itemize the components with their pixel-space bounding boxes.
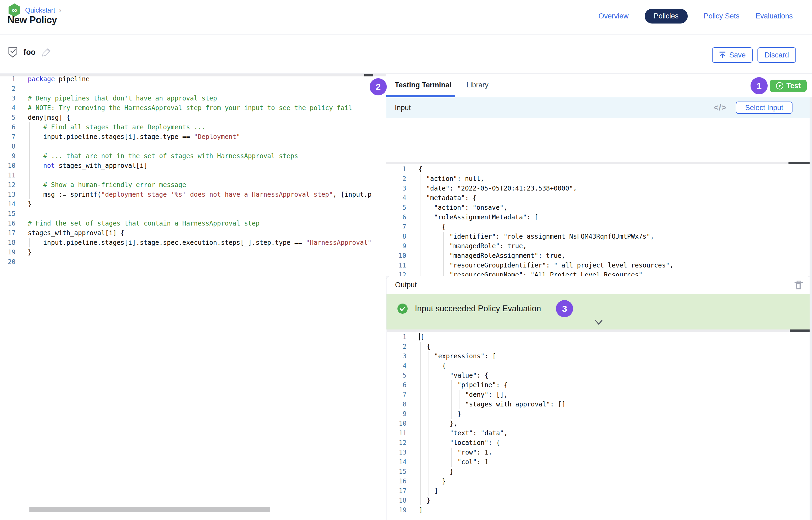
line-number: 1 — [386, 164, 406, 174]
indent-guide — [436, 261, 436, 270]
expand-result-button[interactable] — [594, 319, 604, 326]
line-number: 16 — [387, 476, 407, 486]
breadcrumb-chevron-icon: › — [59, 6, 61, 15]
code-line: 11 "resourceGroupIdentifier": "_all_proj… — [386, 261, 674, 270]
line-number: 18 — [387, 496, 407, 505]
input-editor-scrollbar[interactable] — [386, 162, 810, 164]
nav-tab-evaluations[interactable]: Evaluations — [755, 12, 793, 20]
code-line-content: { — [419, 361, 446, 371]
indent-guide — [428, 261, 428, 270]
trash-icon — [794, 280, 803, 290]
line-number: 1 — [387, 332, 407, 342]
svg-text:∞: ∞ — [11, 6, 17, 14]
policy-code-editor[interactable]: 1package pipeline23# Deny pipelines that… — [0, 74, 386, 520]
indent-guide — [443, 251, 444, 261]
code-line-content: "location": { — [419, 438, 500, 448]
code-line-content: "identifier": "role_assignment_NsFQM43Rq… — [418, 232, 654, 241]
code-line-content: # Show a human-friendly error message — [28, 180, 186, 190]
nav-tab-policy-sets[interactable]: Policy Sets — [704, 12, 740, 20]
policy-name: foo — [24, 48, 35, 57]
code-line: 9 "managedRole": true, — [386, 241, 674, 251]
code-brackets-icon[interactable]: </> — [714, 103, 727, 112]
evaluation-result-banner: Input succeeded Policy Evaluation 3 — [386, 294, 811, 330]
output-editor-scrollbar-thumb[interactable] — [790, 330, 810, 332]
indent-guide — [421, 409, 421, 419]
output-editor-scrollbar[interactable] — [387, 330, 810, 332]
code-line-content: { — [418, 222, 446, 232]
active-tab-underline — [386, 95, 455, 97]
code-line: 14 "col": 1 — [387, 457, 565, 467]
code-line-content: "metadata": { — [418, 193, 477, 203]
tab-library[interactable]: Library — [466, 74, 489, 97]
test-button[interactable]: Test — [770, 80, 807, 92]
input-editor-scrollbar-thumb[interactable] — [788, 162, 810, 164]
indent-guide — [420, 174, 421, 184]
testing-panel: 2 Testing Terminal Library 1 Test Input … — [386, 74, 812, 520]
indent-guide — [428, 203, 428, 212]
indent-guide — [436, 241, 436, 251]
indent-guide — [420, 232, 421, 241]
tab-testing-terminal[interactable]: Testing Terminal — [391, 74, 455, 97]
indent-guide — [420, 203, 421, 212]
line-number: 17 — [0, 228, 16, 238]
code-line-content: not stages_with_approval[i] — [28, 161, 148, 171]
save-button[interactable]: Save — [712, 47, 753, 63]
code-line: 5deny[msg] { — [0, 113, 386, 122]
code-line: 9 # ... that are not in the set of stage… — [0, 151, 386, 161]
line-number: 2 — [0, 84, 16, 94]
line-number: 14 — [387, 457, 407, 467]
indent-guide — [436, 232, 436, 241]
output-json-lines[interactable]: 1[2 {3 "expressions": [4 {5 "value": {6 … — [387, 332, 565, 515]
panel-tabbar: 2 Testing Terminal Library 1 Test — [386, 74, 812, 97]
line-number: 7 — [0, 132, 16, 141]
code-line: 2 "action": null, — [386, 174, 674, 184]
code-line: 20 — [0, 257, 386, 267]
indent-guide — [29, 122, 30, 132]
code-line-content: } — [419, 476, 446, 486]
nav-tab-policies[interactable]: Policies — [645, 9, 688, 24]
code-line-content: "row": 1, — [419, 448, 492, 457]
indent-guide — [443, 232, 444, 241]
code-line: 13 "row": 1, — [387, 448, 565, 457]
code-line-content: "stages_with_approval": [] — [419, 399, 565, 409]
indent-guide — [436, 222, 436, 232]
breadcrumb-project-link[interactable]: Quickstart — [25, 6, 55, 14]
code-line: 8 "stages_with_approval": [] — [387, 399, 565, 409]
code-line-content: package pipeline — [28, 74, 90, 84]
edit-name-button[interactable] — [42, 47, 52, 57]
line-number: 9 — [0, 151, 16, 161]
code-line: 6 "roleAssignmentMetadata": [ — [386, 212, 674, 222]
policy-toolbar: foo Save Discard — [0, 35, 812, 74]
line-number: 8 — [386, 232, 406, 241]
line-number: 4 — [386, 193, 406, 203]
indent-guide — [459, 390, 459, 399]
select-input-button[interactable]: Select Input — [736, 102, 792, 114]
input-json-editor[interactable]: 1{2 "action": null,3 "date": "2022-05-05… — [386, 118, 810, 276]
code-line-content: { — [418, 164, 422, 174]
code-line-content: # ... that are not in the set of stages … — [28, 151, 298, 161]
policy-shield-icon — [8, 46, 18, 58]
code-line: 3# Deny pipelines that don't have an app… — [0, 94, 386, 103]
indent-guide — [420, 241, 421, 251]
code-line: 4 "metadata": { — [386, 193, 674, 203]
editor-horizontal-scrollbar-thumb[interactable] — [29, 506, 270, 512]
line-number: 13 — [0, 190, 16, 199]
code-line-content: ] — [419, 486, 438, 496]
indent-guide — [29, 238, 30, 248]
code-line-content: "roleAssignmentMetadata": [ — [418, 212, 538, 222]
page-title: New Policy — [7, 15, 57, 26]
code-line-content: "resourceGroupIdentifier": "_all_project… — [418, 261, 674, 270]
indent-guide — [428, 232, 428, 241]
nav-tabs: Overview Policies Policy Sets Evaluation… — [599, 8, 793, 24]
code-line: 7 input.pipeline.stages[i].stage.type ==… — [0, 132, 386, 141]
code-line: 4 { — [387, 361, 565, 371]
line-number: 13 — [387, 448, 407, 457]
line-number: 15 — [387, 467, 407, 476]
discard-button[interactable]: Discard — [758, 47, 796, 63]
line-number: 5 — [387, 371, 407, 380]
indent-guide — [421, 352, 421, 361]
panel-right-scroll-track[interactable] — [810, 97, 812, 520]
code-line: 17stages_with_approval[i] { — [0, 228, 386, 238]
nav-tab-overview[interactable]: Overview — [599, 12, 629, 20]
clear-output-button[interactable] — [794, 279, 806, 291]
